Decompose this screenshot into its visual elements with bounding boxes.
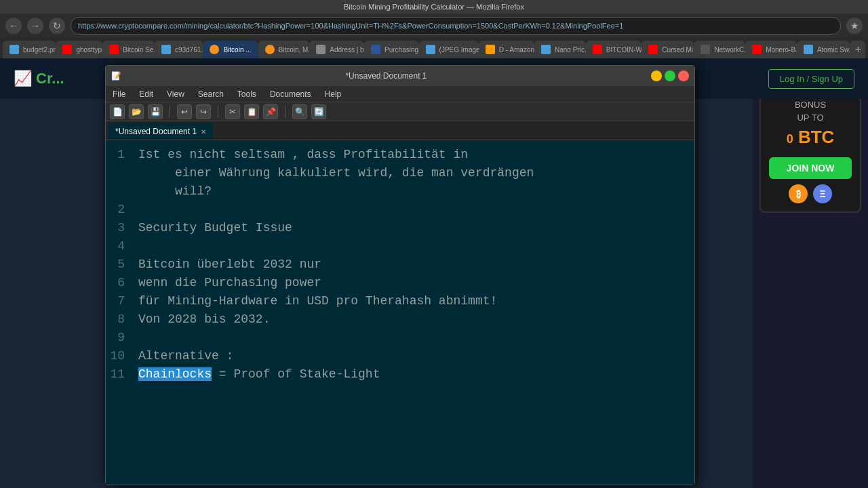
menu-documents[interactable]: Documents <box>267 89 314 99</box>
tab-networkc[interactable]: NetworkC... <box>694 41 745 58</box>
menu-file[interactable]: File <box>110 89 128 99</box>
editor-tab-unsaved[interactable]: *Unsaved Document 1 ✕ <box>108 123 213 140</box>
tab-ghost[interactable]: ghosttype <box>56 41 102 58</box>
page-background: 📈 Cr... Log In / Sign Up 📝 *Unsaved Docu… <box>0 58 868 488</box>
tab-jpeg[interactable]: (JPEG Image... <box>419 41 479 58</box>
ad-bonus-label: BONUS <box>769 100 852 110</box>
tab-purchasing[interactable]: Purchasing... <box>364 41 419 58</box>
browser-tabs: budget2.png ghosttype Bitcoin Se... c93d… <box>0 38 868 58</box>
chainlocks-highlight: Chainlocks <box>138 367 212 381</box>
login-button[interactable]: Log In / Sign Up <box>768 69 854 89</box>
browser-title: Bitcoin Mining Profitability Calculator … <box>344 3 524 11</box>
tab-atomic[interactable]: Atomic Sw... <box>797 41 850 58</box>
back-button[interactable]: ← <box>5 18 22 34</box>
maximize-button[interactable] <box>665 70 675 81</box>
ad-coins: ₿ Ξ <box>769 184 852 203</box>
menu-edit[interactable]: Edit <box>136 89 156 99</box>
toolbar-divider2 <box>218 106 218 118</box>
editor-tabs: *Unsaved Document 1 ✕ <box>106 121 694 140</box>
ad-amount-label: UP TO <box>769 113 852 123</box>
line-numbers: 1 2 3 4 5 6 7 8 9 10 11 <box>106 140 130 485</box>
eth-coin-icon: Ξ <box>813 184 832 203</box>
copy-button[interactable]: 📋 <box>244 104 259 119</box>
editor-title-text: *Unsaved Document 1 <box>345 71 427 81</box>
tab-monero[interactable]: Monero-B... <box>745 41 797 58</box>
editor-window-buttons <box>651 70 689 81</box>
reload-button[interactable]: ↻ <box>49 18 65 34</box>
cut-button[interactable]: ✂ <box>225 104 240 119</box>
code-line-3: Security Budget Issue <box>138 219 686 237</box>
tab-c93d[interactable]: c93d761... <box>155 41 203 58</box>
tab-address[interactable]: Address | b... <box>309 41 364 58</box>
browser-titlebar: Bitcoin Mining Profitability Calculator … <box>0 0 868 14</box>
tab-bitcoin-m[interactable]: Bitcoin, M... <box>258 41 310 58</box>
tab-budget[interactable]: budget2.png <box>3 41 56 58</box>
replace-button[interactable]: 🔄 <box>311 104 326 119</box>
tab-nano[interactable]: Nano Pric... <box>534 41 586 58</box>
code-line-4 <box>138 237 686 256</box>
code-line-6: wenn die Purchasing power <box>138 274 686 292</box>
tab-cursed[interactable]: Cursed Mi... <box>642 41 694 58</box>
btc-coin-icon: ₿ <box>789 184 808 203</box>
toolbar-divider3 <box>285 106 285 118</box>
browser-toolbar: ← → ↻ https://www.cryptocompare.com/mini… <box>0 14 868 38</box>
editor-tab-close[interactable]: ✕ <box>201 128 206 136</box>
code-line-10: Alternative : <box>138 347 686 365</box>
tab-bitcoin-active[interactable]: Bitcoin ... ✕ <box>203 41 258 58</box>
save-file-button[interactable]: 💾 <box>148 104 163 119</box>
code-line-7: für Mining-Hardware in USD pro Therahash… <box>138 292 686 310</box>
editor-title-label: 📝 <box>111 71 121 81</box>
undo-button[interactable]: ↩ <box>177 104 192 119</box>
menu-view[interactable]: View <box>164 89 187 99</box>
forward-button[interactable]: → <box>27 18 43 34</box>
editor-content[interactable]: 1 2 3 4 5 6 7 8 9 10 11 Ist es nicht sel… <box>106 140 694 485</box>
code-line-5: Bitcoin überlebt 2032 nur <box>138 256 686 274</box>
url-bar[interactable]: https://www.cryptocompare.com/mining/cal… <box>71 17 841 35</box>
code-line-2 <box>138 201 686 219</box>
tab-btcse[interactable]: Bitcoin Se... <box>102 41 155 58</box>
tab-amazon[interactable]: D - Amazon... <box>479 41 534 58</box>
new-tab-button[interactable]: + <box>850 41 865 58</box>
new-file-button[interactable]: 📄 <box>110 104 125 119</box>
code-line-1: Ist es nicht seltsam , dass Profitabilit… <box>138 146 686 201</box>
editor-window: 📝 *Unsaved Document 1 File Edit View Sea… <box>105 65 695 485</box>
tab-bitcoin-w[interactable]: BITCOIN-W... <box>586 41 642 58</box>
site-logo: 📈 Cr... <box>14 70 64 87</box>
active-tab-label: Bitcoin ... <box>223 46 251 54</box>
toolbar-divider <box>170 106 170 118</box>
minimize-button[interactable] <box>651 70 662 81</box>
editor-toolbar: 📄 📂 💾 ↩ ↪ ✂ 📋 📌 🔍 🔄 <box>106 102 694 121</box>
open-file-button[interactable]: 📂 <box>129 104 144 119</box>
url-text: https://www.cryptocompare.com/mining/cal… <box>78 22 623 30</box>
editor-tab-label: *Unsaved Document 1 <box>115 127 197 136</box>
ad-join-button[interactable]: JOIN NOW <box>769 157 852 179</box>
menu-help[interactable]: Help <box>322 89 344 99</box>
code-text[interactable]: Ist es nicht seltsam , dass Profitabilit… <box>130 140 694 485</box>
code-line-11: Chainlocks = Proof of Stake-Light <box>138 365 686 384</box>
editor-titlebar: 📝 *Unsaved Document 1 <box>106 66 694 86</box>
redo-button[interactable]: ↪ <box>196 104 211 119</box>
menu-tools[interactable]: Tools <box>235 89 259 99</box>
code-line-8: Von 2028 bis 2032. <box>138 310 686 329</box>
code-line-9 <box>138 329 686 347</box>
paste-button[interactable]: 📌 <box>263 104 278 119</box>
ad-btc-amount: 0 BTC <box>769 127 852 148</box>
close-button[interactable] <box>678 70 689 81</box>
search-toolbar-button[interactable]: 🔍 <box>292 104 307 119</box>
bookmark-button[interactable]: ★ <box>846 18 863 34</box>
menu-search[interactable]: Search <box>195 89 226 99</box>
editor-menubar: File Edit View Search Tools Documents He… <box>106 86 694 102</box>
ad-panel: bets.io BONUS UP TO 0 BTC JOIN NOW ₿ Ξ <box>753 58 868 488</box>
